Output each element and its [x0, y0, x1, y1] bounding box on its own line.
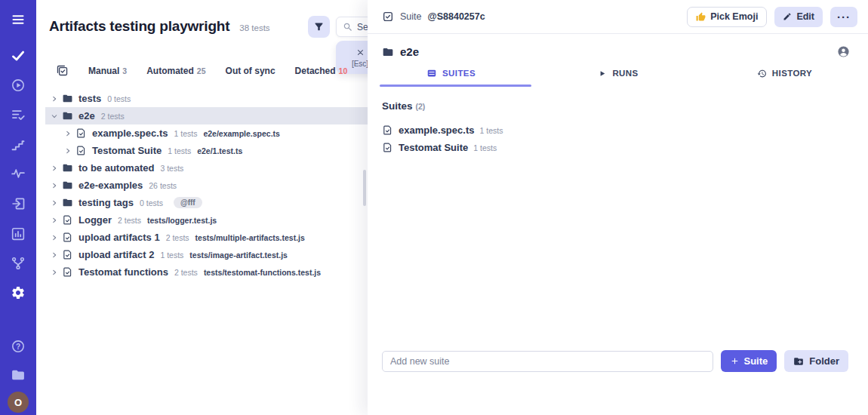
- folder-icon: [62, 110, 73, 121]
- suite-detail-header: Suite @S8840257c Pick Emoji Edit ···: [368, 0, 868, 34]
- tree-item-path: tests/image-artifact.test.js: [189, 251, 288, 260]
- suite-id[interactable]: @S8840257c: [428, 11, 485, 22]
- tab-history-label: HISTORY: [772, 69, 812, 78]
- add-suite-input[interactable]: [382, 351, 713, 372]
- chevron-right-icon[interactable]: [64, 147, 75, 155]
- tree-row-e2e[interactable]: e2e 2 tests: [36, 107, 368, 124]
- tree-row-tests[interactable]: tests 0 tests: [36, 90, 368, 107]
- tab-runs-label: RUNS: [612, 69, 638, 78]
- suite-title-row: e2e: [368, 34, 868, 58]
- settings-gear-icon[interactable]: [11, 285, 26, 300]
- runs-play-icon[interactable]: [11, 78, 26, 93]
- chevron-right-icon[interactable]: [51, 182, 61, 189]
- suite-item-count: 1 tests: [479, 126, 503, 135]
- tab-runs[interactable]: RUNS: [534, 68, 701, 87]
- add-suite-button[interactable]: Suite: [721, 350, 777, 372]
- filter-button[interactable]: [308, 16, 330, 38]
- activity-pulse-icon[interactable]: [11, 166, 26, 181]
- project-header: Artifacts testing playwright 38 tests: [49, 18, 270, 35]
- chevron-right-icon[interactable]: [51, 251, 61, 259]
- tab-automated-count: 25: [197, 66, 206, 75]
- edit-button[interactable]: Edit: [774, 7, 823, 27]
- suite-item-name: example.spec.ts: [399, 124, 474, 136]
- chevron-right-icon[interactable]: [51, 199, 61, 207]
- pick-emoji-label: Pick Emoji: [710, 11, 758, 22]
- tree-item-count: 26 tests: [149, 181, 177, 190]
- tab-manual-count: 3: [122, 66, 127, 75]
- analytics-chart-icon[interactable]: [11, 226, 26, 241]
- import-icon[interactable]: [11, 196, 26, 211]
- tree-item-name: tests: [78, 93, 101, 104]
- chevron-right-icon[interactable]: [51, 95, 61, 103]
- tab-automated[interactable]: Automated 25: [146, 66, 205, 76]
- tree-row-upload-artifacts-1[interactable]: upload artifacts 1 2 tests tests/multipl…: [36, 229, 368, 246]
- tab-out-of-sync-label: Out of sync: [226, 66, 275, 76]
- tests-count: 38 tests: [239, 23, 269, 32]
- more-options-button[interactable]: ···: [830, 7, 857, 27]
- tree-item-path: tests/logger.test.js: [147, 216, 217, 225]
- add-suite-label: Suite: [743, 355, 768, 367]
- tab-manual[interactable]: Manual 3: [88, 66, 127, 76]
- tab-suites[interactable]: SUITES: [368, 68, 534, 87]
- tree-row-upload-artifact-2[interactable]: upload artifact 2 1 tests tests/image-ar…: [36, 246, 368, 263]
- tab-detached[interactable]: Detached 10: [295, 66, 348, 76]
- filter-tabs: Manual 3 Automated 25 Out of sync Detach…: [56, 64, 347, 77]
- detail-tabs: SUITES RUNS HISTORY: [368, 68, 868, 87]
- chevron-right-icon[interactable]: [51, 217, 61, 224]
- tree-row-testomat-suite[interactable]: Testomat Suite 1 tests e2e/1.test.ts: [36, 142, 368, 159]
- thumbs-up-emoji-icon: [696, 12, 706, 22]
- branch-icon[interactable]: [11, 256, 26, 271]
- suite-list-item[interactable]: example.spec.ts 1 tests: [382, 121, 868, 139]
- plans-list-check-icon[interactable]: [11, 107, 26, 122]
- tree-row-testomat-functions[interactable]: Testomat functions 2 tests tests/testoma…: [36, 263, 368, 281]
- escape-hint-label: [Esc]: [352, 60, 368, 68]
- chevron-right-icon[interactable]: [51, 269, 61, 276]
- close-icon[interactable]: [356, 48, 365, 57]
- tree-item-path: e2e/1.test.ts: [197, 146, 242, 155]
- tree-item-count: 0 tests: [107, 94, 131, 103]
- file-check-icon: [382, 124, 393, 136]
- tab-history[interactable]: HISTORY: [701, 68, 868, 87]
- chevron-right-icon[interactable]: [51, 164, 61, 172]
- chevron-right-icon[interactable]: [64, 130, 75, 137]
- milestones-steps-icon[interactable]: [11, 137, 26, 152]
- tree-item-path: tests/testomat-functions.test.js: [204, 268, 321, 277]
- sidebar: ? O: [0, 0, 36, 415]
- suite-list-item[interactable]: Testomat Suite 1 tests: [382, 139, 868, 156]
- tree-row-logger[interactable]: Logger 2 tests tests/logger.test.js: [36, 211, 368, 229]
- tree-item-name: upload artifacts 1: [78, 232, 160, 243]
- tree-row-to-be-automated[interactable]: to be automated 3 tests: [36, 159, 368, 177]
- folder-plus-icon: [793, 356, 804, 367]
- tree-scrollbar[interactable]: [363, 170, 366, 206]
- help-icon[interactable]: ?: [11, 339, 26, 354]
- tree-row-e2e-examples[interactable]: e2e-examples 26 tests: [36, 177, 368, 194]
- svg-text:?: ?: [16, 343, 20, 351]
- tree-item-count: 0 tests: [140, 198, 163, 208]
- plus-icon: [730, 356, 740, 366]
- avatar-initial: O: [14, 397, 22, 408]
- suite-item-name: Testomat Suite: [399, 142, 468, 153]
- tree-row-testing-tags[interactable]: testing tags 0 tests @fff: [36, 194, 368, 211]
- suites-list: example.spec.ts 1 tests Testomat Suite 1…: [368, 112, 868, 156]
- suite-type-label: Suite: [400, 11, 422, 22]
- tree-item-count: 1 tests: [174, 129, 197, 138]
- tag-badge[interactable]: @fff: [174, 197, 202, 208]
- menu-icon[interactable]: [11, 12, 26, 27]
- pick-emoji-button[interactable]: Pick Emoji: [687, 7, 767, 27]
- chevron-down-icon[interactable]: [51, 112, 61, 120]
- tree-item-path: tests/multiple-artifacts.test.js: [195, 233, 305, 242]
- tab-out-of-sync[interactable]: Out of sync: [226, 66, 275, 76]
- file-check-icon: [62, 214, 73, 226]
- projects-folder-icon[interactable]: [11, 367, 26, 383]
- tab-detached-label: Detached: [295, 66, 336, 76]
- tree-row-example-spec[interactable]: example.spec.ts 1 tests e2e/example.spec…: [36, 124, 368, 142]
- select-all-icon[interactable]: [56, 64, 69, 77]
- suite-item-count: 1 tests: [473, 143, 497, 152]
- assignee-avatar-icon[interactable]: [837, 45, 850, 58]
- chevron-right-icon[interactable]: [51, 234, 61, 241]
- tree-item-count: 2 tests: [174, 268, 198, 277]
- tests-check-icon[interactable]: [11, 48, 26, 63]
- user-avatar[interactable]: O: [8, 392, 29, 413]
- file-check-icon: [382, 142, 393, 153]
- add-folder-button[interactable]: Folder: [784, 350, 848, 372]
